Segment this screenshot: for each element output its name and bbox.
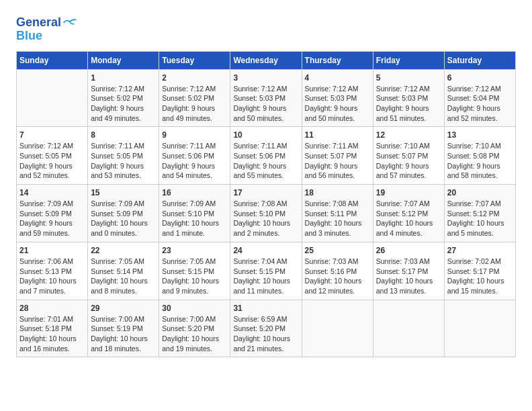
- day-number: 17: [233, 188, 298, 197]
- calendar-week-row: 7Sunrise: 7:12 AM Sunset: 5:05 PM Daylig…: [17, 127, 516, 185]
- day-info: Sunrise: 7:11 AM Sunset: 5:06 PM Dayligh…: [162, 141, 227, 181]
- calendar-cell: 9Sunrise: 7:11 AM Sunset: 5:06 PM Daylig…: [159, 127, 230, 185]
- calendar-cell: 29Sunrise: 7:00 AM Sunset: 5:19 PM Dayli…: [88, 300, 159, 357]
- day-number: 26: [376, 246, 441, 255]
- day-number: 7: [19, 130, 85, 140]
- calendar-cell: 10Sunrise: 7:11 AM Sunset: 5:06 PM Dayli…: [230, 127, 302, 185]
- calendar-cell: 8Sunrise: 7:11 AM Sunset: 5:05 PM Daylig…: [88, 127, 159, 185]
- day-number: 22: [91, 246, 156, 255]
- day-number: 23: [162, 246, 227, 255]
- day-info: Sunrise: 7:05 AM Sunset: 5:15 PM Dayligh…: [162, 257, 227, 296]
- day-info: Sunrise: 7:10 AM Sunset: 5:07 PM Dayligh…: [376, 141, 441, 181]
- calendar-week-row: 14Sunrise: 7:09 AM Sunset: 5:09 PM Dayli…: [17, 185, 516, 242]
- day-number: 13: [447, 130, 513, 140]
- day-info: Sunrise: 7:07 AM Sunset: 5:12 PM Dayligh…: [447, 199, 513, 238]
- day-info: Sunrise: 7:12 AM Sunset: 5:02 PM Dayligh…: [162, 84, 227, 124]
- calendar-cell: 22Sunrise: 7:05 AM Sunset: 5:14 PM Dayli…: [88, 242, 159, 300]
- day-info: Sunrise: 6:59 AM Sunset: 5:20 PM Dayligh…: [233, 314, 298, 354]
- day-number: 25: [305, 246, 370, 255]
- day-info: Sunrise: 7:12 AM Sunset: 5:02 PM Dayligh…: [91, 84, 156, 124]
- logo: GeneralBlue: [16, 16, 77, 43]
- day-number: 6: [447, 73, 513, 83]
- calendar-cell: 24Sunrise: 7:04 AM Sunset: 5:15 PM Dayli…: [230, 242, 302, 300]
- day-number: 8: [91, 130, 156, 140]
- day-header-sunday: Sunday: [17, 51, 88, 69]
- calendar-cell: [302, 300, 373, 357]
- day-number: 2: [162, 73, 227, 83]
- day-info: Sunrise: 7:00 AM Sunset: 5:20 PM Dayligh…: [162, 314, 227, 354]
- day-info: Sunrise: 7:03 AM Sunset: 5:16 PM Dayligh…: [305, 257, 370, 296]
- day-header-monday: Monday: [88, 51, 159, 69]
- calendar-cell: 12Sunrise: 7:10 AM Sunset: 5:07 PM Dayli…: [373, 127, 444, 185]
- day-info: Sunrise: 7:11 AM Sunset: 5:07 PM Dayligh…: [305, 141, 370, 181]
- calendar-cell: 20Sunrise: 7:07 AM Sunset: 5:12 PM Dayli…: [444, 185, 515, 242]
- calendar-cell: 31Sunrise: 6:59 AM Sunset: 5:20 PM Dayli…: [230, 300, 302, 357]
- calendar-cell: 25Sunrise: 7:03 AM Sunset: 5:16 PM Dayli…: [302, 242, 373, 300]
- day-header-saturday: Saturday: [444, 51, 515, 69]
- day-info: Sunrise: 7:04 AM Sunset: 5:15 PM Dayligh…: [233, 257, 298, 296]
- day-info: Sunrise: 7:03 AM Sunset: 5:17 PM Dayligh…: [376, 257, 441, 296]
- calendar-cell: [17, 69, 88, 127]
- day-number: 4: [305, 73, 370, 83]
- day-number: 11: [305, 130, 370, 140]
- day-info: Sunrise: 7:09 AM Sunset: 5:09 PM Dayligh…: [19, 199, 85, 238]
- calendar-cell: 21Sunrise: 7:06 AM Sunset: 5:13 PM Dayli…: [17, 242, 88, 300]
- calendar-cell: 27Sunrise: 7:02 AM Sunset: 5:17 PM Dayli…: [444, 242, 515, 300]
- day-number: 9: [162, 130, 227, 140]
- calendar-cell: 23Sunrise: 7:05 AM Sunset: 5:15 PM Dayli…: [159, 242, 230, 300]
- day-info: Sunrise: 7:11 AM Sunset: 5:06 PM Dayligh…: [233, 141, 298, 181]
- calendar-cell: [373, 300, 444, 357]
- day-info: Sunrise: 7:06 AM Sunset: 5:13 PM Dayligh…: [19, 257, 85, 296]
- calendar-header: SundayMondayTuesdayWednesdayThursdayFrid…: [17, 51, 516, 69]
- calendar-table: SundayMondayTuesdayWednesdayThursdayFrid…: [16, 51, 516, 358]
- calendar-body: 1Sunrise: 7:12 AM Sunset: 5:02 PM Daylig…: [17, 69, 516, 357]
- day-number: 5: [376, 73, 441, 83]
- calendar-cell: 19Sunrise: 7:07 AM Sunset: 5:12 PM Dayli…: [373, 185, 444, 242]
- calendar-week-row: 1Sunrise: 7:12 AM Sunset: 5:02 PM Daylig…: [17, 69, 516, 127]
- day-number: 21: [19, 246, 85, 255]
- day-number: 30: [162, 304, 227, 313]
- day-info: Sunrise: 7:12 AM Sunset: 5:03 PM Dayligh…: [305, 84, 370, 124]
- calendar-cell: 15Sunrise: 7:09 AM Sunset: 5:09 PM Dayli…: [88, 185, 159, 242]
- days-header-row: SundayMondayTuesdayWednesdayThursdayFrid…: [17, 51, 516, 69]
- calendar-cell: 11Sunrise: 7:11 AM Sunset: 5:07 PM Dayli…: [302, 127, 373, 185]
- day-number: 16: [162, 188, 227, 197]
- day-info: Sunrise: 7:12 AM Sunset: 5:03 PM Dayligh…: [376, 84, 441, 124]
- calendar-cell: 18Sunrise: 7:08 AM Sunset: 5:11 PM Dayli…: [302, 185, 373, 242]
- day-number: 10: [233, 130, 298, 140]
- logo-bird-icon: [62, 17, 77, 28]
- day-number: 27: [447, 246, 513, 255]
- day-number: 20: [447, 188, 513, 197]
- day-number: 28: [19, 304, 85, 313]
- calendar-cell: 6Sunrise: 7:12 AM Sunset: 5:04 PM Daylig…: [444, 69, 515, 127]
- calendar-cell: 2Sunrise: 7:12 AM Sunset: 5:02 PM Daylig…: [159, 69, 230, 127]
- calendar-cell: 5Sunrise: 7:12 AM Sunset: 5:03 PM Daylig…: [373, 69, 444, 127]
- day-number: 19: [376, 188, 441, 197]
- calendar-cell: 4Sunrise: 7:12 AM Sunset: 5:03 PM Daylig…: [302, 69, 373, 127]
- calendar-cell: 1Sunrise: 7:12 AM Sunset: 5:02 PM Daylig…: [88, 69, 159, 127]
- day-info: Sunrise: 7:08 AM Sunset: 5:11 PM Dayligh…: [305, 199, 370, 238]
- page-header: GeneralBlue: [16, 13, 516, 43]
- day-info: Sunrise: 7:09 AM Sunset: 5:10 PM Dayligh…: [162, 199, 227, 238]
- day-info: Sunrise: 7:05 AM Sunset: 5:14 PM Dayligh…: [91, 257, 156, 296]
- calendar-cell: 14Sunrise: 7:09 AM Sunset: 5:09 PM Dayli…: [17, 185, 88, 242]
- day-number: 12: [376, 130, 441, 140]
- day-info: Sunrise: 7:01 AM Sunset: 5:18 PM Dayligh…: [19, 314, 85, 354]
- day-info: Sunrise: 7:12 AM Sunset: 5:04 PM Dayligh…: [447, 84, 513, 124]
- day-number: 24: [233, 246, 298, 255]
- calendar-cell: 17Sunrise: 7:08 AM Sunset: 5:10 PM Dayli…: [230, 185, 302, 242]
- day-info: Sunrise: 7:12 AM Sunset: 5:03 PM Dayligh…: [233, 84, 298, 124]
- day-number: 3: [233, 73, 298, 83]
- day-number: 29: [91, 304, 156, 313]
- calendar-cell: 30Sunrise: 7:00 AM Sunset: 5:20 PM Dayli…: [159, 300, 230, 357]
- day-header-thursday: Thursday: [302, 51, 373, 69]
- day-number: 1: [91, 73, 156, 83]
- day-number: 18: [305, 188, 370, 197]
- day-number: 14: [19, 188, 85, 197]
- day-info: Sunrise: 7:10 AM Sunset: 5:08 PM Dayligh…: [447, 141, 513, 181]
- calendar-cell: 28Sunrise: 7:01 AM Sunset: 5:18 PM Dayli…: [17, 300, 88, 357]
- day-info: Sunrise: 7:07 AM Sunset: 5:12 PM Dayligh…: [376, 199, 441, 238]
- day-header-tuesday: Tuesday: [159, 51, 230, 69]
- calendar-week-row: 21Sunrise: 7:06 AM Sunset: 5:13 PM Dayli…: [17, 242, 516, 300]
- day-info: Sunrise: 7:00 AM Sunset: 5:19 PM Dayligh…: [91, 314, 156, 354]
